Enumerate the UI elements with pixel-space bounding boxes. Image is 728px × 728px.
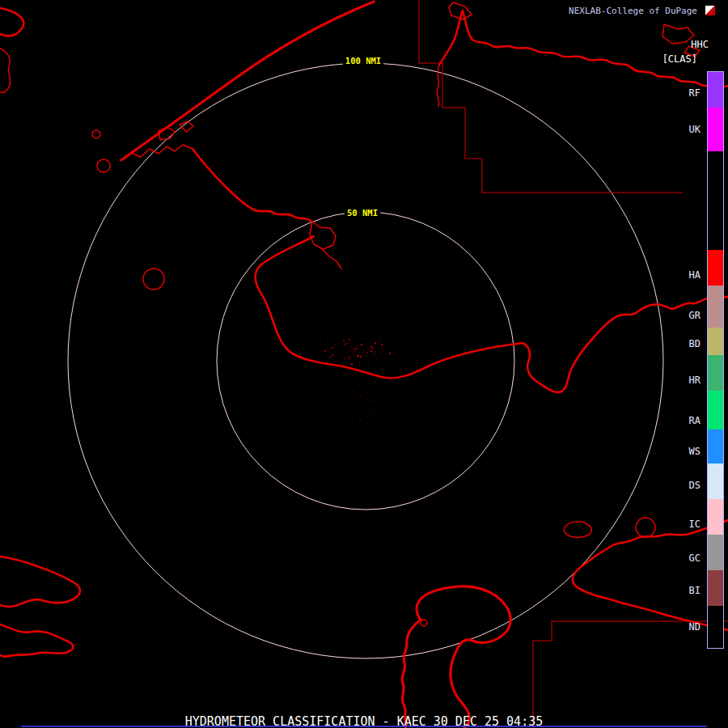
range-ring-50nmi xyxy=(217,212,514,510)
legend-seg-GR xyxy=(708,286,723,328)
legend-seg-DS xyxy=(708,463,723,499)
legend-seg-gap xyxy=(708,151,723,250)
legend-seg-RA xyxy=(708,391,723,430)
legend-seg-WS xyxy=(708,430,723,463)
legend-label-IC: IC xyxy=(689,518,700,530)
legend-label-RF: RF xyxy=(689,87,700,99)
legend-seg-ND xyxy=(708,606,723,648)
coastline-estuary-body xyxy=(417,586,510,728)
legend-seg-RF xyxy=(708,72,723,108)
legend-seg-IC xyxy=(708,499,723,535)
coastline-topleft-corner xyxy=(0,8,23,36)
legend-seg-GC xyxy=(708,535,723,570)
lake-bottomright xyxy=(636,518,655,537)
legend-label-GR: GR xyxy=(689,310,700,321)
coastline-bottomright xyxy=(573,520,728,630)
radar-display: 100 NMI 50 NMI NEXLAB-College of DuPage … xyxy=(0,0,728,728)
island-bottomright xyxy=(564,522,591,538)
echo-speckles xyxy=(321,338,392,421)
coastline-estuary-tail xyxy=(402,620,421,728)
legend-label-RA: RA xyxy=(689,415,700,426)
legend-seg-BI xyxy=(708,570,723,606)
legend-label-WS: WS xyxy=(689,446,700,457)
coastline-left-edge xyxy=(0,49,11,93)
legend-seg-UK xyxy=(708,108,723,151)
coastline-left-lower-1 xyxy=(0,557,80,607)
bottom-border-line xyxy=(21,726,707,727)
legend-label-HA: HA xyxy=(689,269,700,281)
site-title: NEXLAB-College of DuPage xyxy=(569,6,697,16)
legend-seg-HA xyxy=(708,250,723,286)
ring-label-100nmi: 100 NMI xyxy=(343,55,383,66)
legend-label-HR: HR xyxy=(689,375,700,386)
lake-left-small xyxy=(92,130,100,138)
legend-label-DS: DS xyxy=(689,480,700,491)
lake-left-large xyxy=(143,269,164,290)
legend-seg-BD xyxy=(708,328,723,355)
state-boundary-southeast xyxy=(533,621,728,728)
legend-bar xyxy=(707,71,724,649)
coastline-left-lower-2 xyxy=(0,624,74,657)
legend-label-ND: ND xyxy=(689,621,700,633)
legend-label-GC: GC xyxy=(689,552,700,564)
coastline-upper-mid xyxy=(193,149,312,222)
island-topright-1 xyxy=(662,24,694,44)
coastline-topright xyxy=(439,11,728,87)
cod-logo-icon xyxy=(705,6,715,15)
product-code: HHC xyxy=(691,39,709,50)
coastline-spur xyxy=(320,248,341,269)
map-svg xyxy=(0,0,728,728)
class-tag: [CLAS] xyxy=(662,53,697,65)
legend-label-UK: UK xyxy=(689,124,700,135)
island-estuary xyxy=(421,620,427,626)
legend-label-BI: BI xyxy=(689,585,700,596)
ring-label-50nmi: 50 NMI xyxy=(345,207,380,218)
coastline-main xyxy=(256,236,728,392)
coastline-topright-hook xyxy=(437,65,439,107)
legend-seg-HR xyxy=(708,355,723,391)
lake-left-medium xyxy=(97,159,110,172)
legend-label-BD: BD xyxy=(689,338,700,349)
